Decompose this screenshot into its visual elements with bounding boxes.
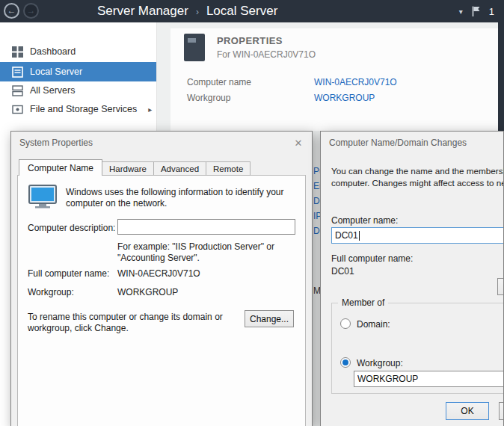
domain-radio[interactable] (340, 318, 351, 329)
forward-arrow-icon: → (27, 5, 36, 16)
properties-heading: PROPERTIES (217, 35, 283, 46)
workgroup-row-label: Workgroup (187, 93, 230, 103)
sidebar-item-dashboard[interactable]: Dashboard (0, 42, 156, 61)
domain-radio-label[interactable]: Domain: (357, 319, 390, 330)
notifications-flag-icon[interactable] (471, 5, 481, 17)
computer-description-label: Computer description: (28, 223, 115, 233)
back-button[interactable]: ← (4, 3, 19, 19)
computer-name-value: DC01 (335, 230, 358, 241)
properties-tile-icon (184, 34, 205, 61)
full-computer-name-value: WIN-0AECRJ0V71O (117, 268, 200, 279)
chevron-down-icon[interactable]: ▾ (459, 7, 463, 16)
computer-name-tab-page: Windows uses the following information t… (17, 175, 306, 426)
clipped-text-fragment: IP (313, 211, 320, 221)
tab-strip: Computer Name Hardware Advanced Remote (19, 159, 250, 176)
clipped-content-column: Pu En Di IP Di M (313, 0, 320, 426)
full-computer-name-label: Full computer name: (28, 268, 109, 279)
full-computer-name-value: DC01 (331, 266, 354, 277)
intro-line-2: computer. Changes might affect access to… (331, 178, 504, 188)
computer-name-domain-changes-dialog: Computer Name/Domain Changes You can cha… (320, 131, 504, 426)
tab-computer-name[interactable]: Computer Name (19, 159, 102, 176)
workgroup-radio[interactable] (340, 357, 351, 368)
intro-text: Windows uses the following information t… (66, 187, 307, 209)
member-of-group: Member of Domain: Workgroup: (331, 303, 504, 394)
close-icon[interactable]: ✕ (290, 136, 307, 150)
clipped-text-fragment: Di (313, 226, 320, 236)
computer-name-row-value[interactable]: WIN-0AECRJ0V71O (314, 77, 397, 87)
computer-monitor-icon (28, 185, 57, 211)
workgroup-value: WORKGROUP (117, 287, 178, 297)
sidebar-item-file-storage-services[interactable]: File and Storage Services ▸ (0, 99, 156, 119)
properties-panel: PROPERTIES For WIN-0AECRJ0V71O Computer … (170, 28, 498, 131)
computer-name-row-label: Computer name (187, 77, 251, 87)
system-properties-dialog: System Properties ✕ Computer Name Hardwa… (10, 131, 313, 426)
workgroup-radio-label[interactable]: Workgroup: (357, 358, 403, 368)
cancel-button-clipped[interactable] (499, 402, 504, 420)
computer-name-label: Computer name: (331, 215, 398, 226)
clipped-text-fragment: M (313, 285, 320, 296)
storage-icon (12, 104, 23, 115)
notification-count: 1 (489, 6, 494, 17)
more-button-clipped[interactable] (497, 278, 504, 295)
back-arrow-icon: ← (7, 5, 16, 16)
text-caret (359, 231, 360, 241)
breadcrumb-section[interactable]: Local Server (206, 4, 277, 19)
workgroup-row-value[interactable]: WORKGROUP (314, 93, 375, 103)
breadcrumb: Server Manager › Local Server (97, 0, 277, 22)
topbar-actions: ▾ 1 (459, 0, 494, 22)
tab-remote[interactable]: Remote (206, 161, 251, 176)
dialog-title: System Properties (19, 132, 93, 154)
sidebar-item-all-servers[interactable]: All Servers (0, 81, 156, 100)
clipped-text-fragment: Di (313, 196, 320, 206)
ok-button[interactable]: OK (446, 402, 489, 420)
example-text: For example: "IIS Production Server" or … (117, 241, 295, 264)
intro-line-1: You can change the name and the membersh… (331, 166, 504, 176)
member-of-label: Member of (338, 297, 388, 308)
sidebar-item-label: File and Storage Services (30, 104, 137, 114)
dialog-title: Computer Name/Domain Changes (329, 132, 467, 154)
tab-hardware[interactable]: Hardware (102, 161, 154, 176)
computer-description-input[interactable] (117, 219, 295, 235)
change-button[interactable]: Change... (245, 310, 294, 327)
server-icon (12, 67, 23, 78)
dashboard-icon (12, 46, 23, 58)
sidebar-item-label: Local Server (30, 67, 82, 77)
properties-subheading: For WIN-0AECRJ0V71O (217, 49, 316, 60)
computer-name-input[interactable]: DC01 (331, 227, 504, 244)
sidebar-item-label: All Servers (30, 85, 75, 96)
topbar: ← → Server Manager › Local Server ▾ 1 (0, 0, 504, 22)
app-title: Server Manager (97, 4, 188, 19)
clipped-text-fragment: En (313, 181, 320, 191)
sidebar-item-label: Dashboard (30, 46, 76, 57)
clipped-text-fragment: Pu (313, 166, 320, 176)
sidebar-item-local-server[interactable]: Local Server (0, 62, 156, 81)
servers-stack-icon (12, 85, 23, 96)
full-computer-name-label: Full computer name: (331, 253, 413, 264)
expand-chevron-icon: ▸ (148, 105, 152, 114)
rename-hint-text: To rename this computer or change its do… (28, 312, 246, 334)
breadcrumb-separator-icon: › (196, 5, 199, 17)
window-edge (498, 22, 504, 131)
workgroup-label: Workgroup: (28, 287, 74, 297)
tab-advanced[interactable]: Advanced (153, 161, 206, 176)
workgroup-input[interactable] (354, 371, 504, 387)
forward-button[interactable]: → (23, 3, 39, 19)
